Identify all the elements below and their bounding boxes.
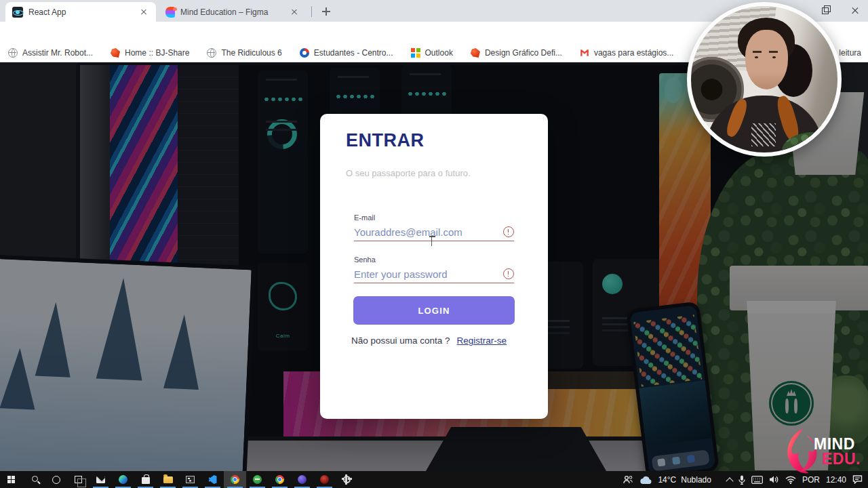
mockup-label: Calm <box>258 333 308 339</box>
taskbar-apps <box>0 471 358 488</box>
cortana-icon <box>52 476 60 484</box>
mind-edu-watermark: MIND EDU. <box>784 427 868 479</box>
smartphone-dock <box>652 449 710 471</box>
tab-close-icon[interactable] <box>289 7 300 18</box>
tree-graphic <box>35 302 74 378</box>
tab-close-icon[interactable] <box>138 7 149 18</box>
task-view-icon <box>75 476 82 483</box>
bjshare-favicon-icon <box>471 48 480 58</box>
email-error-icon <box>503 226 514 237</box>
store-icon <box>142 477 150 484</box>
bjshare-favicon-icon <box>111 48 120 58</box>
shirt-print <box>751 123 776 147</box>
phone-mockup <box>258 70 308 253</box>
person-face <box>745 30 788 90</box>
cortana-button[interactable] <box>45 471 67 488</box>
teal-blob-graphic <box>602 274 623 294</box>
window-restore-button[interactable] <box>811 0 840 20</box>
password-field[interactable] <box>354 266 514 283</box>
green-badge-icon <box>253 475 262 484</box>
chrome-icon <box>231 475 239 484</box>
terminal-app-button[interactable] <box>179 471 201 488</box>
login-button[interactable]: LOGIN <box>353 296 515 325</box>
file-explorer-button[interactable] <box>157 471 179 488</box>
register-link[interactable]: Registrar-se <box>457 336 507 346</box>
signup-row: Não possui uma conta ? Registrar-se <box>351 336 507 346</box>
chrome-app-button[interactable] <box>224 471 246 488</box>
vscode-icon <box>209 475 217 484</box>
store-app-button[interactable] <box>134 471 157 488</box>
tree-graphic <box>163 314 202 390</box>
people-icon[interactable] <box>623 475 633 485</box>
red-app-icon <box>320 475 329 484</box>
text-cursor-pointer <box>429 236 435 247</box>
folder-icon <box>163 476 173 483</box>
reading-list-label[interactable]: leitura <box>839 48 861 58</box>
cloud-icon <box>639 475 653 485</box>
globe-favicon-icon <box>8 48 18 58</box>
tab-figma[interactable]: Mind Education – Figma <box>159 2 307 22</box>
weather-temp: 14°C <box>658 475 676 485</box>
search-button[interactable] <box>22 471 45 488</box>
subtitle: O seu passaporte para o futuro. <box>346 168 471 178</box>
estudantes-favicon-icon <box>300 48 309 58</box>
laptop <box>0 255 256 471</box>
task-view-button[interactable] <box>67 471 90 488</box>
login-card: ENTRAR O seu passaporte para o futuro. E… <box>320 114 548 419</box>
gmail-favicon-icon <box>580 48 589 58</box>
terminal-icon <box>186 476 195 483</box>
chrome-profile-app-button[interactable] <box>269 471 291 488</box>
settings-app-button[interactable] <box>336 471 358 488</box>
scribble-graphic <box>269 282 297 310</box>
tree-graphic <box>96 277 146 381</box>
bookmark-item[interactable]: Home :: BJ-Share <box>111 48 189 58</box>
chrome-icon <box>275 475 284 484</box>
window-close-button[interactable] <box>841 0 868 20</box>
tab-react-app[interactable]: React App <box>5 2 156 22</box>
microphone-icon[interactable] <box>738 475 745 485</box>
starbucks-logo-icon <box>769 381 814 426</box>
tray-expand-icon[interactable] <box>726 477 733 485</box>
page-title: ENTRAR <box>346 130 425 151</box>
purple-app-button[interactable] <box>291 471 313 488</box>
green-badge-app-button[interactable] <box>246 471 269 488</box>
bookmark-item[interactable]: The Ridiculous 6 <box>207 48 281 58</box>
password-error-icon <box>503 268 514 279</box>
mail-app-button[interactable] <box>90 471 112 488</box>
tab-title: Mind Education – Figma <box>180 7 283 17</box>
figma-favicon-icon <box>165 7 175 18</box>
webcam-overlay <box>687 2 842 157</box>
progress-ring <box>261 113 303 155</box>
cup-lid-band <box>742 301 841 313</box>
bookmark-item[interactable]: Design Gráfico Defi... <box>471 48 562 58</box>
volume-icon[interactable] <box>769 475 779 484</box>
bookmark-item[interactable]: Assistir Mr. Robot... <box>8 48 93 58</box>
laptop-screen <box>0 259 252 471</box>
mail-icon <box>96 476 105 483</box>
monitor-stand <box>426 427 606 471</box>
start-button[interactable] <box>0 471 22 488</box>
tab-title: React App <box>28 7 133 17</box>
weather-condition: Nublado <box>681 475 711 485</box>
globe-favicon-icon <box>207 48 216 58</box>
bookmark-item[interactable]: Estudantes - Centro... <box>300 48 393 58</box>
react-favicon-icon <box>12 7 23 18</box>
weather-widget[interactable]: 14°C Nublado <box>639 475 711 485</box>
vscode-app-button[interactable] <box>201 471 224 488</box>
screen: React App Mind Education – Figma localho… <box>0 0 868 488</box>
edge-app-button[interactable] <box>112 471 134 488</box>
tree-graphic <box>0 347 37 409</box>
red-app-button[interactable] <box>313 471 336 488</box>
gear-icon <box>343 476 351 483</box>
bookmark-item[interactable]: Outlook <box>411 48 453 58</box>
edge-icon <box>119 475 127 484</box>
tab-divider <box>311 6 312 17</box>
email-label: E-mail <box>354 214 375 222</box>
new-tab-button[interactable] <box>318 3 334 20</box>
phone-mockup: Calm <box>258 263 308 351</box>
microsoft-favicon-icon <box>411 48 420 58</box>
signup-question: Não possui uma conta ? <box>351 336 450 346</box>
password-label: Senha <box>354 256 376 264</box>
bookmark-item[interactable]: vagas para estágios... <box>580 48 673 58</box>
touch-keyboard-icon[interactable] <box>751 476 763 484</box>
